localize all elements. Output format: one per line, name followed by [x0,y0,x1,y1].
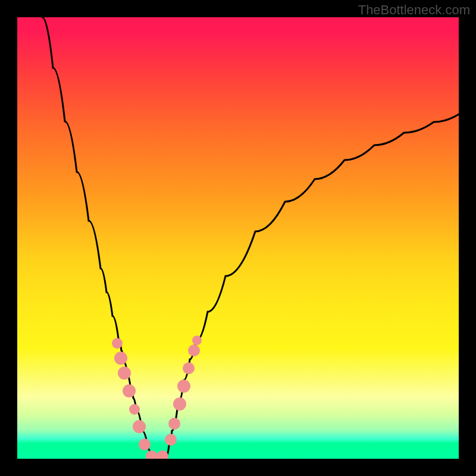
marker-dot [118,367,131,380]
watermark-text: TheBottleneck.com [358,2,470,18]
curve-paths [42,17,459,458]
marker-dots [112,336,202,459]
marker-dot [112,338,123,349]
marker-dot [129,404,140,415]
marker-dot [156,450,168,459]
curve-right-branch [166,114,459,458]
marker-dot [188,345,200,356]
marker-dot [114,352,127,365]
marker-dot [177,380,190,393]
marker-dot [165,434,177,446]
curve-layer [17,17,459,459]
marker-dot [146,450,158,459]
chart-frame: TheBottleneck.com [0,0,476,476]
marker-dot [139,439,151,450]
marker-dot [173,397,186,411]
marker-dot [123,384,136,397]
plot-area [17,17,459,459]
marker-dot [183,362,195,374]
marker-dot [168,418,180,430]
marker-dot [192,336,202,345]
marker-dot [133,420,146,433]
